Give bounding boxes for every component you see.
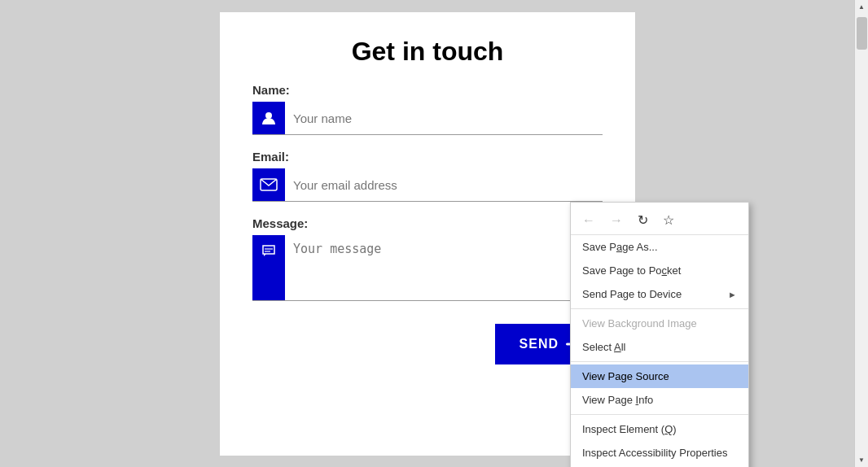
menu-item-save-page-as[interactable]: Save Page As... [571,235,748,259]
inspect-accessibility-label: Inspect Accessibility Properties [582,447,727,459]
page-title: Get in touch [252,37,603,67]
inspect-element-label: Inspect Element (Q) [582,423,677,435]
reload-icon[interactable]: ↻ [634,211,651,229]
email-field-group: Email: [252,150,603,202]
svg-marker-4 [264,254,266,256]
message-label: Message: [252,216,603,230]
view-page-info-label: View Page Info [582,394,653,406]
save-page-as-label: Save Page As... [582,241,658,253]
menu-item-view-page-source[interactable]: View Page Source [571,364,748,388]
menu-item-view-page-info[interactable]: View Page Info [571,388,748,412]
name-icon [252,102,285,134]
select-all-label: Select All [582,341,625,353]
view-background-image-label: View Background Image [582,317,697,330]
menu-item-inspect-element[interactable]: Inspect Element (Q) [571,417,748,441]
menu-item-select-all[interactable]: Select All [571,335,748,359]
menu-item-inspect-accessibility[interactable]: Inspect Accessibility Properties [571,441,748,465]
separator-3 [571,414,748,415]
email-icon [252,168,285,201]
menu-item-save-to-pocket[interactable]: Save Page to Pocket [571,259,748,282]
scroll-up-arrow[interactable]: ▲ [855,0,869,14]
menu-item-send-page-to-device[interactable]: Send Page to Device ► [571,282,748,306]
save-to-pocket-label: Save Page to Pocket [582,264,681,277]
message-input[interactable] [285,235,603,300]
message-field-group: Message: [252,216,603,301]
email-input-row [252,168,603,202]
scrollbar[interactable]: ▲ ▼ [854,0,868,467]
scroll-down-arrow[interactable]: ▼ [855,453,869,467]
send-page-to-device-label: Send Page to Device [582,288,682,300]
message-input-row [252,235,603,301]
name-input[interactable] [285,102,603,134]
back-icon[interactable]: ← [579,212,598,229]
svg-point-0 [265,112,272,119]
message-icon [252,235,285,300]
name-input-row [252,102,603,135]
separator-2 [571,361,748,362]
send-button-label: SEND [519,337,559,351]
email-label: Email: [252,150,603,164]
context-menu-nav: ← → ↻ ☆ [571,206,748,235]
view-page-source-label: View Page Source [582,370,669,382]
email-input[interactable] [285,168,603,201]
separator-1 [571,308,748,309]
menu-item-view-background-image: View Background Image [571,312,748,335]
name-field-group: Name: [252,83,603,135]
name-label: Name: [252,83,603,97]
scroll-thumb[interactable] [857,17,867,50]
forward-icon[interactable]: → [607,212,626,229]
context-menu: ← → ↻ ☆ Save Page As... Save Page to Poc… [570,202,749,467]
bookmark-icon[interactable]: ☆ [660,211,677,229]
chevron-right-icon: ► [728,290,737,299]
